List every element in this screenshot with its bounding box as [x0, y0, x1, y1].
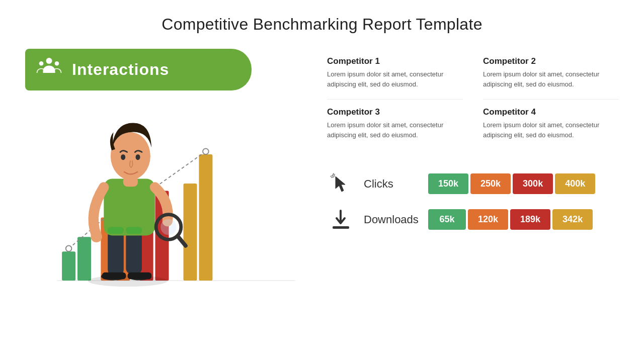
competitor-desc-3: Lorem ipsum dolor sit amet, consectetur … [327, 120, 463, 140]
competitor-block-1: Competitor 1 Lorem ipsum dolor sit amet,… [327, 49, 463, 100]
competitor-desc-1: Lorem ipsum dolor sit amet, consectetur … [327, 69, 463, 89]
metric-val-clicks-4: 400k [555, 173, 595, 194]
character-area [25, 96, 307, 312]
svg-point-2 [55, 61, 59, 66]
svg-point-1 [39, 61, 44, 66]
metric-values-downloads: 65k120k189k342k [428, 209, 593, 230]
person-illustration [75, 111, 191, 287]
metric-label-clicks: Clicks [364, 177, 419, 191]
svg-rect-11 [199, 154, 212, 281]
metric-val-clicks-3: 300k [513, 173, 553, 194]
svg-point-16 [88, 275, 168, 287]
metric-val-downloads-2: 120k [468, 209, 508, 230]
right-panel: Competitor 1 Lorem ipsum dolor sit amet,… [327, 49, 619, 312]
competitor-block-4: Competitor 4 Lorem ipsum dolor sit amet,… [483, 100, 619, 150]
left-panel: Interactions [25, 49, 307, 312]
svg-rect-31 [128, 273, 151, 280]
svg-rect-37 [333, 226, 349, 229]
downloads-icon [327, 206, 355, 233]
page: Competitive Benchmarking Report Template [0, 0, 644, 362]
svg-line-34 [334, 174, 335, 176]
svg-rect-19 [108, 230, 124, 275]
svg-rect-21 [104, 178, 155, 235]
competitor-block-2: Competitor 2 Lorem ipsum dolor sit amet,… [483, 49, 619, 100]
metric-val-downloads-3: 189k [510, 209, 550, 230]
metric-values-clicks: 150k250k300k400k [428, 173, 595, 194]
metric-val-clicks-1: 150k [428, 173, 468, 194]
page-title: Competitive Benchmarking Report Template [25, 15, 619, 34]
badge-label: Interactions [72, 60, 169, 79]
svg-rect-33 [126, 227, 142, 234]
svg-rect-29 [123, 176, 138, 187]
competitor-desc-2: Lorem ipsum dolor sit amet, consectetur … [483, 69, 619, 89]
svg-point-27 [121, 154, 125, 160]
competitor-title-2: Competitor 2 [483, 56, 619, 66]
svg-point-12 [66, 246, 72, 252]
metric-val-downloads-4: 342k [552, 209, 593, 230]
interactions-badge: Interactions [25, 49, 252, 90]
metric-val-clicks-2: 250k [470, 173, 511, 194]
svg-point-26 [111, 132, 150, 180]
svg-line-35 [332, 177, 334, 177]
competitor-title-4: Competitor 4 [483, 107, 619, 117]
svg-rect-4 [62, 251, 75, 281]
svg-rect-20 [126, 230, 142, 274]
competitors-grid: Competitor 1 Lorem ipsum dolor sit amet,… [327, 49, 619, 150]
svg-point-15 [203, 148, 209, 154]
people-icon [35, 55, 63, 84]
competitor-title-1: Competitor 1 [327, 56, 463, 66]
svg-rect-30 [102, 273, 126, 280]
competitor-desc-4: Lorem ipsum dolor sit amet, consectetur … [483, 120, 619, 140]
svg-line-24 [178, 236, 186, 246]
svg-point-25 [160, 219, 177, 235]
competitor-title-3: Competitor 3 [327, 107, 463, 117]
metric-label-downloads: Downloads [364, 213, 419, 226]
metric-row-downloads: Downloads65k120k189k342k [327, 206, 619, 233]
metrics-area: Clicks150k250k300k400k Downloads65k120k1… [327, 170, 619, 241]
metric-row-clicks: Clicks150k250k300k400k [327, 170, 619, 198]
svg-point-22 [91, 231, 102, 242]
competitor-block-3: Competitor 3 Lorem ipsum dolor sit amet,… [327, 100, 463, 150]
clicks-icon [327, 170, 355, 198]
svg-point-0 [46, 58, 52, 64]
metric-val-downloads-1: 65k [428, 209, 466, 230]
svg-rect-32 [108, 227, 124, 234]
svg-point-28 [136, 154, 140, 160]
